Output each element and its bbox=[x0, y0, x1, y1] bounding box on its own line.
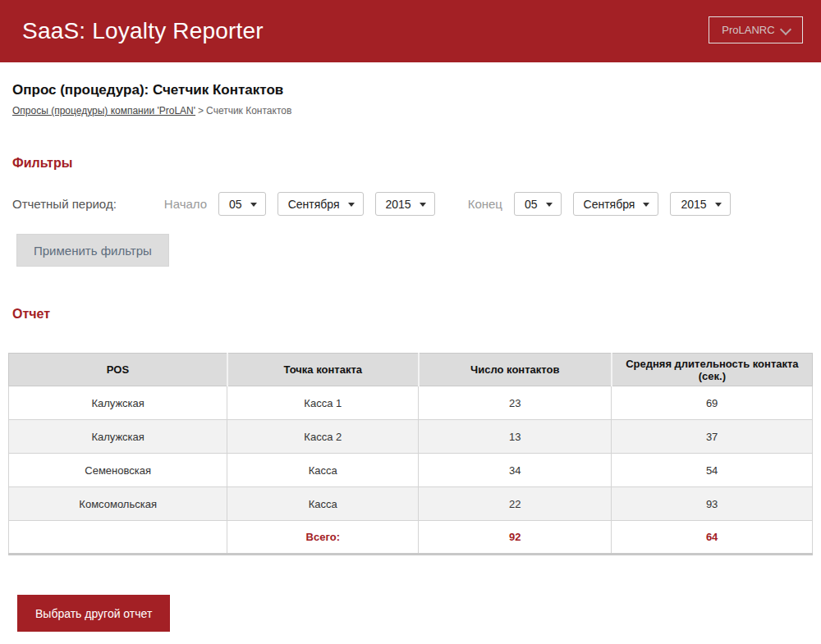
start-year-value: 2015 bbox=[386, 198, 411, 211]
dropdown-caret-icon bbox=[420, 203, 426, 207]
table-row: КалужскаяКасса 21337 bbox=[9, 420, 813, 454]
page-title: Опрос (процедура): Счетчик Контактов bbox=[12, 82, 809, 98]
total-avg-duration-cell: 64 bbox=[612, 521, 813, 555]
dropdown-caret-icon bbox=[715, 203, 722, 207]
table-cell: 54 bbox=[612, 454, 813, 487]
breadcrumb-current: Счетчик Контактов bbox=[206, 105, 291, 116]
choose-other-report-button[interactable]: Выбрать другой отчет bbox=[17, 595, 170, 632]
report-table-body: КалужскаяКасса 12369КалужскаяКасса 21337… bbox=[9, 386, 813, 521]
table-row: КалужскаяКасса 12369 bbox=[9, 386, 813, 420]
table-cell: 23 bbox=[419, 386, 612, 420]
start-day-select[interactable]: 05 bbox=[218, 192, 266, 216]
start-day-value: 05 bbox=[229, 198, 242, 211]
table-row: КомсомольскаяКасса2293 bbox=[9, 487, 813, 521]
period-start-label: Начало bbox=[164, 197, 207, 211]
table-header-row: POSТочка контактаЧисло контактовСредняя … bbox=[9, 354, 813, 386]
filters-heading: Фильтры bbox=[12, 156, 809, 171]
account-selector-value: ProLANRC bbox=[722, 24, 774, 36]
total-label-cell: Всего: bbox=[227, 521, 419, 555]
end-month-select[interactable]: Сентября bbox=[573, 192, 659, 216]
table-cell: Касса 1 bbox=[227, 386, 419, 420]
total-contacts-cell: 92 bbox=[419, 521, 612, 555]
chevron-down-icon bbox=[782, 24, 790, 32]
dropdown-caret-icon bbox=[250, 203, 257, 207]
breadcrumb: Опросы (процедуры) компании 'ProLAN'>Сче… bbox=[12, 105, 809, 116]
report-heading: Отчет bbox=[12, 307, 809, 322]
start-year-select[interactable]: 2015 bbox=[375, 192, 435, 216]
table-cell: Калужская bbox=[9, 420, 227, 454]
breadcrumb-separator: > bbox=[198, 105, 204, 116]
dropdown-caret-icon bbox=[348, 203, 355, 207]
app-title: SaaS: Loyalty Reporter bbox=[0, 18, 264, 44]
period-label: Отчетный период: bbox=[12, 197, 117, 211]
end-year-select[interactable]: 2015 bbox=[670, 192, 730, 216]
page-content: Опрос (процедура): Счетчик Контактов Опр… bbox=[0, 82, 821, 632]
end-year-value: 2015 bbox=[681, 198, 706, 211]
total-pos-cell bbox=[9, 521, 227, 555]
table-cell: Комсомольская bbox=[9, 487, 227, 521]
table-cell: Касса 2 bbox=[227, 420, 419, 454]
table-total-row: Всего: 92 64 bbox=[9, 521, 813, 555]
report-period-filter: Отчетный период: Начало 05 Сентября 2015… bbox=[12, 192, 809, 216]
table-cell: 13 bbox=[419, 420, 612, 454]
table-cell: Касса bbox=[227, 454, 419, 487]
table-cell: Касса bbox=[227, 487, 419, 521]
end-month-value: Сентября bbox=[584, 198, 635, 211]
account-selector[interactable]: ProLANRC bbox=[709, 16, 803, 43]
breadcrumb-link-surveys[interactable]: Опросы (процедуры) компании 'ProLAN' bbox=[12, 105, 195, 116]
table-cell: Калужская bbox=[9, 386, 227, 420]
table-row: СеменовскаяКасса3454 bbox=[9, 454, 813, 487]
table-column-header: Точка контакта bbox=[227, 354, 419, 386]
period-end-label: Конец bbox=[468, 197, 502, 211]
table-column-header: Средняя длительность контакта (сек.) bbox=[612, 354, 813, 386]
app-header: SaaS: Loyalty Reporter ProLANRC bbox=[0, 0, 821, 62]
dropdown-caret-icon bbox=[546, 203, 553, 207]
dropdown-caret-icon bbox=[643, 203, 649, 207]
start-month-value: Сентября bbox=[288, 198, 340, 211]
table-cell: Семеновская bbox=[9, 454, 227, 487]
end-day-value: 05 bbox=[525, 198, 538, 211]
end-day-select[interactable]: 05 bbox=[514, 192, 562, 216]
table-cell: 22 bbox=[419, 487, 612, 521]
apply-filters-button[interactable]: Применить фильтры bbox=[16, 234, 169, 267]
table-cell: 34 bbox=[419, 454, 612, 487]
report-table: POSТочка контактаЧисло контактовСредняя … bbox=[8, 353, 813, 555]
table-cell: 93 bbox=[612, 487, 813, 521]
table-cell: 69 bbox=[612, 386, 813, 420]
table-column-header: POS bbox=[9, 354, 227, 386]
table-column-header: Число контактов bbox=[419, 354, 612, 386]
table-cell: 37 bbox=[612, 420, 813, 454]
start-month-select[interactable]: Сентября bbox=[277, 192, 364, 216]
